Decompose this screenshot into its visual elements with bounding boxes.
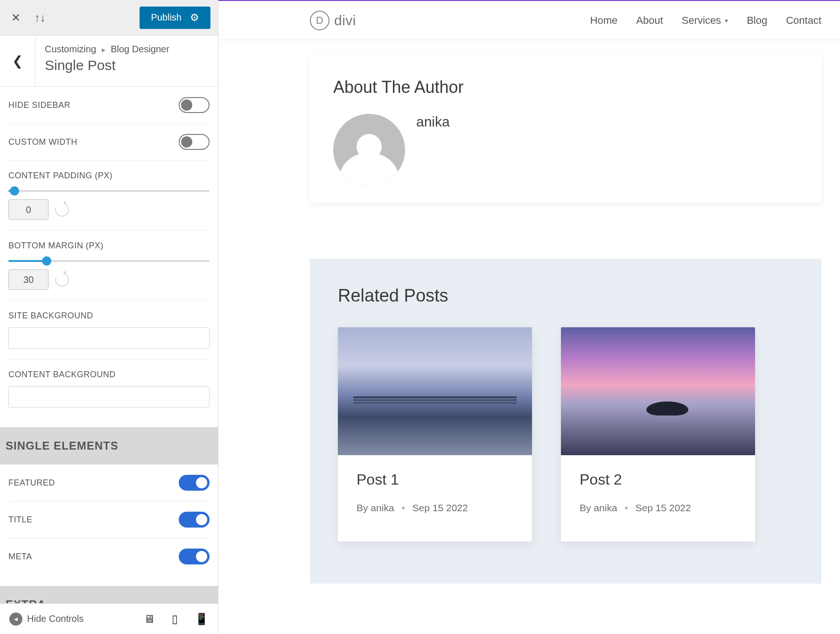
hide-controls-icon: ◂ [9,613,22,626]
single-elements-heading: SINGLE ELEMENTS [0,427,218,465]
meta-label: META [8,552,32,562]
post-thumbnail [561,327,755,455]
publish-settings-icon[interactable]: ⚙ [190,12,199,24]
breadcrumb-prefix: Customizing [45,44,96,54]
bottom-margin-slider[interactable] [8,260,210,262]
content-bg-label: CONTENT BACKGROUND [8,370,210,380]
author-avatar [333,114,405,186]
device-desktop-icon[interactable]: 🖥 [144,613,155,626]
hide-controls-label: Hide Controls [27,613,84,624]
author-name[interactable]: anika [416,114,450,130]
preview-pane: D divi Home About Services ▾ Blog Contac… [218,0,840,634]
content-padding-slider[interactable] [8,190,210,192]
breadcrumb-title: Single Post [45,57,169,73]
nav-services[interactable]: Services ▾ [682,14,728,27]
bottom-margin-label: BOTTOM MARGIN (PX) [8,241,210,251]
extra-heading: EXTRA [0,586,218,603]
nav-about[interactable]: About [636,14,663,27]
device-tablet-icon[interactable]: ▯ [172,613,178,626]
hide-controls-button[interactable]: ◂ Hide Controls [9,613,84,626]
featured-toggle[interactable] [179,475,210,491]
site-header: D divi Home About Services ▾ Blog Contac… [218,1,840,40]
post-date: Sep 15 2022 [413,502,468,513]
breadcrumb: ❮ Customizing ▸ Blog Designer Single Pos… [0,35,218,87]
site-nav: Home About Services ▾ Blog Contact [590,14,821,27]
close-icon[interactable]: ✕ [7,9,24,26]
title-label: TITLE [8,515,33,525]
nav-contact[interactable]: Contact [786,14,821,27]
author-box: About The Author anika [310,54,821,203]
site-bg-label: SITE BACKGROUND [8,311,210,321]
customizer-sidebar: ✕ ↑↓ Publish ⚙ ❮ Customizing ▸ Blog Desi… [0,0,218,634]
post-title[interactable]: Post 2 [580,471,736,488]
custom-width-label: CUSTOM WIDTH [8,137,77,147]
content-padding-label: CONTENT PADDING (PX) [8,171,210,181]
post-date: Sep 15 2022 [636,502,691,513]
title-toggle[interactable] [179,512,210,528]
nav-home[interactable]: Home [590,14,618,27]
logo-mark-icon: D [310,11,329,30]
post-thumbnail [338,327,532,455]
content-padding-reset-icon[interactable] [53,200,72,219]
post-author[interactable]: anika [594,502,617,513]
content-bg-input[interactable] [8,386,210,408]
swap-icon[interactable]: ↑↓ [32,9,49,26]
device-mobile-icon[interactable]: 📱 [195,613,209,626]
related-heading: Related Posts [338,286,793,306]
customizer-header: ✕ ↑↓ Publish ⚙ [0,0,218,35]
back-button[interactable]: ❮ [0,35,35,86]
site-logo[interactable]: D divi [310,11,356,30]
site-bg-input[interactable] [8,327,210,349]
custom-width-toggle[interactable] [179,134,210,150]
post-title[interactable]: Post 1 [357,471,513,488]
logo-text: divi [334,13,356,28]
hide-sidebar-label: HIDE SIDEBAR [8,100,70,110]
meta-toggle[interactable] [179,549,210,564]
customizer-footer: ◂ Hide Controls 🖥 ▯ 📱 [0,603,218,634]
related-posts: Related Posts Post 1 By anika • Sep 15 2… [310,259,821,584]
breadcrumb-caret-icon: ▸ [102,46,105,54]
related-post-card[interactable]: Post 2 By anika • Sep 15 2022 [561,327,755,542]
nav-blog[interactable]: Blog [747,14,767,27]
featured-label: FEATURED [8,478,55,488]
post-author[interactable]: anika [371,502,394,513]
author-box-heading: About The Author [333,77,798,97]
nav-services-label: Services [682,14,721,27]
publish-label: Publish [151,12,182,23]
bottom-margin-reset-icon[interactable] [53,270,72,289]
bottom-margin-input[interactable] [8,269,49,290]
breadcrumb-parent[interactable]: Blog Designer [111,44,169,54]
hide-sidebar-toggle[interactable] [179,97,210,113]
post-meta: By anika • Sep 15 2022 [357,502,513,514]
chevron-down-icon: ▾ [725,17,728,24]
publish-button[interactable]: Publish ⚙ [140,7,210,29]
post-meta: By anika • Sep 15 2022 [580,502,736,514]
related-post-card[interactable]: Post 1 By anika • Sep 15 2022 [338,327,532,542]
content-padding-input[interactable] [8,199,49,220]
